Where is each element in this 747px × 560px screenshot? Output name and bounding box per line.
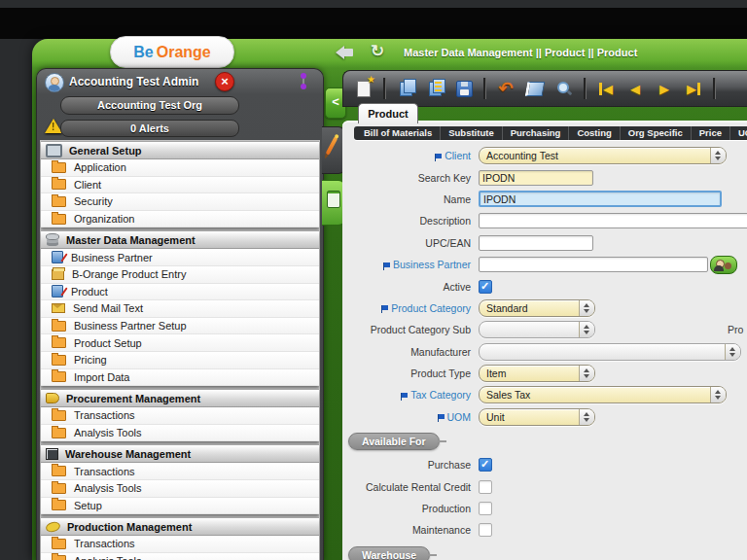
product-type-select[interactable]: Item bbox=[479, 365, 595, 382]
business-partner-input[interactable] bbox=[479, 257, 708, 272]
tree-item-procurement-transactions[interactable]: Transactions bbox=[41, 407, 319, 425]
calculate-rental-credit-checkbox[interactable] bbox=[479, 480, 492, 494]
folder-icon bbox=[52, 355, 66, 366]
new-record-icon bbox=[357, 81, 371, 97]
next-record-button[interactable] bbox=[652, 76, 677, 101]
stepper-icon bbox=[710, 387, 726, 402]
tree-item-product-setup[interactable]: Product Setup bbox=[41, 334, 319, 352]
tree-header-master-data[interactable]: Master Data Management bbox=[41, 230, 319, 249]
tree-item-warehouse-analysis-tools[interactable]: Analysis Tools bbox=[41, 480, 319, 498]
tree-item-pricing[interactable]: Pricing bbox=[41, 352, 319, 369]
tree-item-procurement-analysis-tools[interactable]: Analysis Tools bbox=[41, 425, 319, 442]
folder-icon bbox=[52, 483, 66, 494]
business-partner-lookup-icon[interactable] bbox=[710, 256, 737, 274]
stepper-icon bbox=[710, 148, 726, 163]
uom-label: UOM bbox=[342, 411, 471, 423]
subtab-substitute[interactable]: Substitute bbox=[440, 126, 501, 140]
copy-details-icon bbox=[429, 82, 442, 96]
manufacturer-select[interactable] bbox=[479, 343, 741, 361]
tree-item-warehouse-transactions[interactable]: Transactions bbox=[41, 463, 319, 480]
tax-category-label: Tax Category bbox=[342, 389, 471, 401]
tree-item-business-partner[interactable]: Business Partner bbox=[41, 249, 319, 266]
stepper-icon bbox=[579, 300, 594, 316]
tree-item-security[interactable]: Security bbox=[41, 193, 319, 211]
maintenance-label: Maintenance bbox=[342, 524, 471, 536]
subtab-costing[interactable]: Costing bbox=[568, 126, 619, 140]
tree-item-send-mail-text[interactable]: Send Mail Text bbox=[41, 300, 319, 318]
product-category-select[interactable]: Standard bbox=[479, 299, 595, 317]
save-button[interactable] bbox=[451, 76, 477, 101]
monitor-icon bbox=[46, 144, 62, 158]
tree-item-borange-product-entry[interactable]: B-Orange Product Entry bbox=[41, 266, 319, 284]
database-icon bbox=[46, 233, 59, 240]
maintenance-checkbox[interactable] bbox=[479, 523, 492, 537]
search-key-input[interactable] bbox=[479, 170, 593, 186]
tree-header-procurement[interactable]: Procurement Management bbox=[41, 389, 319, 407]
folder-icon bbox=[52, 179, 66, 190]
logout-close-icon[interactable] bbox=[215, 72, 234, 91]
active-checkbox[interactable] bbox=[479, 280, 492, 294]
background-band bbox=[0, 8, 747, 39]
stepper-icon bbox=[579, 366, 594, 381]
client-select[interactable]: Accounting Test bbox=[479, 147, 727, 164]
undo-button[interactable] bbox=[493, 76, 518, 101]
subtab-purchasing[interactable]: Purchasing bbox=[502, 126, 569, 140]
tree-item-import-data[interactable]: Import Data bbox=[41, 369, 319, 387]
copy-record-button[interactable] bbox=[393, 76, 418, 101]
org-button[interactable]: Accounting Test Org bbox=[60, 96, 239, 115]
tree-item-warehouse-setup[interactable]: Setup bbox=[41, 498, 319, 515]
folder-icon bbox=[52, 466, 66, 476]
package-icon bbox=[52, 269, 64, 280]
lookup-button[interactable] bbox=[551, 76, 577, 101]
uom-select[interactable]: Unit bbox=[479, 408, 595, 426]
form-content: Bill of Materials Substitute Purchasing … bbox=[342, 121, 747, 560]
tab-product[interactable]: Product bbox=[358, 103, 418, 123]
previous-record-button[interactable] bbox=[622, 76, 648, 101]
tax-category-select[interactable]: Sales Tax bbox=[479, 386, 727, 403]
new-record-button[interactable] bbox=[351, 76, 376, 101]
resize-tool-icon[interactable] bbox=[298, 73, 309, 90]
name-label: Name bbox=[342, 193, 471, 205]
tree-item-production-transactions[interactable]: Transactions bbox=[41, 536, 319, 553]
alerts-row: 0 Alerts bbox=[37, 118, 323, 137]
alerts-button[interactable]: 0 Alerts bbox=[60, 120, 239, 137]
name-input[interactable] bbox=[479, 191, 722, 207]
folder-icon bbox=[52, 428, 66, 438]
tree-item-business-partner-setup[interactable]: Business Partner Setup bbox=[41, 318, 319, 335]
tree-section-master-data: Master Data Management Business Partner … bbox=[41, 230, 319, 386]
purchase-checkbox[interactable] bbox=[479, 458, 492, 472]
subtab-uom[interactable]: UOM bbox=[729, 126, 747, 140]
active-label: Active bbox=[342, 281, 471, 293]
tree-item-product[interactable]: Product bbox=[41, 284, 319, 301]
tree-item-production-analysis-tools[interactable]: Analysis Tools bbox=[41, 553, 319, 560]
subtab-org-specific[interactable]: Org Specific bbox=[620, 126, 691, 140]
toolbar bbox=[342, 70, 747, 107]
tree-section-production: Production Management Transactions Analy… bbox=[41, 517, 319, 560]
tree-item-application[interactable]: Application bbox=[41, 159, 319, 177]
calculator-icon bbox=[327, 191, 340, 208]
tree-item-organization[interactable]: Organization bbox=[41, 211, 319, 228]
clipped-column-label: Pro bbox=[728, 324, 743, 335]
last-record-button[interactable] bbox=[681, 76, 706, 101]
refresh-icon[interactable] bbox=[371, 41, 388, 60]
manufacturer-label: Manufacturer bbox=[342, 346, 471, 358]
tree-header-warehouse[interactable]: Warehouse Management bbox=[41, 444, 319, 463]
back-icon[interactable] bbox=[336, 46, 357, 60]
history-button[interactable] bbox=[522, 76, 548, 101]
upc-ean-input[interactable] bbox=[479, 235, 593, 251]
tree-header-production[interactable]: Production Management bbox=[41, 517, 319, 536]
copy-with-details-button[interactable] bbox=[422, 76, 447, 101]
tree-header-general-setup[interactable]: General Setup bbox=[41, 141, 319, 159]
description-input[interactable] bbox=[479, 213, 747, 228]
logo-text-be: Be bbox=[133, 44, 153, 61]
folder-icon bbox=[52, 410, 66, 421]
tree-item-client[interactable]: Client bbox=[41, 177, 319, 194]
subtab-bill-of-materials[interactable]: Bill of Materials bbox=[356, 126, 440, 140]
first-record-button[interactable] bbox=[593, 76, 619, 101]
production-checkbox[interactable] bbox=[479, 502, 492, 515]
tree-section-procurement: Procurement Management Transactions Anal… bbox=[41, 389, 319, 441]
subtab-price[interactable]: Price bbox=[691, 126, 729, 140]
folder-icon bbox=[52, 214, 66, 225]
product-category-sub-select[interactable] bbox=[479, 321, 595, 338]
app-window: Be Orange Master Data Management || Prod… bbox=[32, 39, 747, 560]
